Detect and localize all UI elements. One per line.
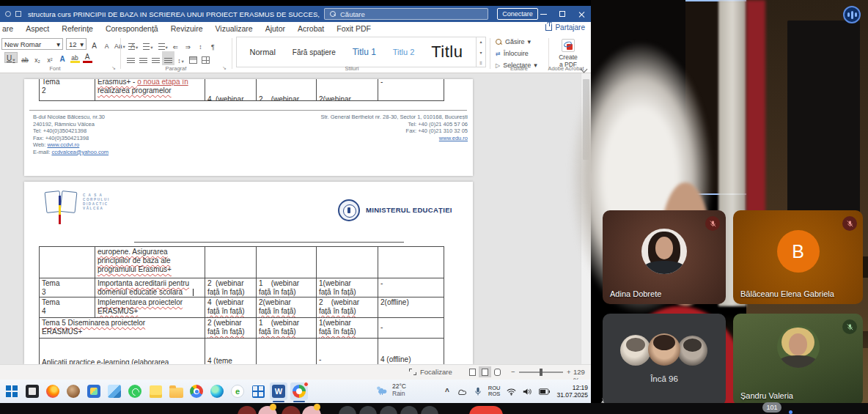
document-canvas[interactable]: Tema2 Erasmus+ - o nouă etapă în realiza… xyxy=(0,73,581,364)
taskbar-app-blue[interactable] xyxy=(85,382,103,400)
show-formatting-button[interactable]: ¶ xyxy=(208,39,218,50)
meet-control-button[interactable] xyxy=(359,406,377,414)
speaker-icon[interactable] xyxy=(523,388,532,396)
wifi-icon[interactable] xyxy=(507,388,516,396)
tab-corespondenta[interactable]: Corespondență xyxy=(106,24,158,33)
minimize-button[interactable] xyxy=(534,6,553,22)
taskbar-file-explorer[interactable] xyxy=(167,382,185,400)
replace-button[interactable]: ⇄ Înlocuire xyxy=(496,50,529,57)
taskbar-word[interactable]: W xyxy=(270,382,287,400)
read-mode-button[interactable] xyxy=(466,366,479,377)
styles-scroll-down-icon[interactable]: ▾ xyxy=(479,50,482,55)
meet-control-button[interactable] xyxy=(380,406,397,414)
style-normal[interactable]: Normal xyxy=(249,48,275,56)
web-layout-button[interactable] xyxy=(491,366,504,377)
zoom-in-button[interactable]: + xyxy=(567,368,571,376)
battery-icon[interactable] xyxy=(539,388,550,395)
superscript-button[interactable]: x² xyxy=(45,52,55,63)
close-button[interactable] xyxy=(572,6,591,22)
style-heading2[interactable]: Titlu 2 xyxy=(393,48,415,56)
autosave-icon[interactable] xyxy=(5,11,11,17)
overflow-tile[interactable]: Încă 96 xyxy=(603,314,726,406)
highlight-button[interactable]: ab xyxy=(70,52,80,63)
share-button[interactable]: Partajare xyxy=(545,23,585,32)
numbered-list-button[interactable]: ▾ xyxy=(141,39,152,50)
find-button[interactable]: Găsire ▾ xyxy=(496,38,531,45)
zoom-level[interactable]: 129 % xyxy=(573,368,591,380)
participant-tile[interactable]: B Bălăceanu Elena Gabriela xyxy=(733,210,863,304)
tab-ajutor[interactable]: Ajutor xyxy=(265,24,285,33)
shading-button[interactable] xyxy=(188,53,198,64)
save-icon[interactable] xyxy=(15,11,21,17)
clock[interactable]: 12:19 31.07.2025 xyxy=(556,384,588,399)
align-center-button[interactable] xyxy=(139,53,148,64)
text-effects-button[interactable]: A xyxy=(58,52,67,63)
search-box[interactable]: Căutare xyxy=(324,8,488,20)
align-right-button[interactable] xyxy=(151,53,161,64)
tab-foxit[interactable]: Foxit PDF xyxy=(336,24,371,33)
zoom-slider-thumb[interactable] xyxy=(540,369,542,376)
leave-call-button[interactable] xyxy=(469,406,503,414)
multilevel-list-button[interactable]: ▾ xyxy=(156,39,168,50)
taskbar-meet-chrome[interactable] xyxy=(290,382,308,400)
speaker-tile[interactable]: Marilena Matei xyxy=(591,0,851,195)
sort-button[interactable]: ↕ xyxy=(196,39,205,50)
paragraph-dialog-launcher-icon[interactable]: ↘ xyxy=(222,65,227,71)
taskbar-notes[interactable] xyxy=(147,382,164,400)
link[interactable]: www.edu.ro xyxy=(439,135,468,141)
tab-revizuire[interactable]: Revizuire xyxy=(171,24,203,33)
styles-scroll-up-icon[interactable]: ▴ xyxy=(479,39,482,44)
strikethrough-button[interactable]: ab xyxy=(21,52,30,63)
meet-control-button[interactable] xyxy=(339,406,356,414)
borders-button[interactable] xyxy=(201,53,210,64)
weather-widget[interactable]: 22°CRain xyxy=(375,382,406,397)
taskbar-app-dark[interactable] xyxy=(23,382,41,400)
taskbar-app-tool[interactable] xyxy=(65,382,82,400)
increase-indent-button[interactable]: ⇒ xyxy=(183,39,193,50)
link[interactable]: www.ccdvl.ro xyxy=(47,141,79,148)
taskbar-eset[interactable]: e xyxy=(229,382,246,400)
tab-vizualizare[interactable]: Vizualizare xyxy=(215,24,252,33)
onedrive-icon[interactable] xyxy=(456,388,468,396)
participant-tile[interactable]: Șandru Valeria xyxy=(733,314,863,406)
meet-control-button[interactable] xyxy=(421,406,438,414)
taskbar-chrome[interactable] xyxy=(188,382,205,400)
start-button[interactable] xyxy=(3,382,21,400)
language-switcher[interactable]: ROU ROS xyxy=(488,385,501,398)
taskbar-office-app[interactable] xyxy=(249,382,267,400)
style-title[interactable]: Titlu xyxy=(431,42,463,62)
connect-button[interactable]: Conectare xyxy=(497,8,538,20)
focus-mode-button[interactable]: Focalizare xyxy=(409,368,452,376)
subscript-button[interactable]: x₂ xyxy=(33,52,43,63)
taskbar-whatsapp[interactable] xyxy=(126,382,144,400)
font-name-select[interactable]: New Romar ▾ xyxy=(1,38,63,50)
hidden-icons-chevron[interactable]: ^ xyxy=(445,388,449,396)
tab-acrobat[interactable]: Acrobat xyxy=(298,24,324,33)
font-dialog-launcher-icon[interactable]: ↘ xyxy=(111,65,116,71)
tab-partial[interactable]: are xyxy=(2,24,13,33)
taskbar-photos[interactable] xyxy=(106,382,123,400)
zoom-out-button[interactable]: − xyxy=(511,368,515,376)
link[interactable]: ccdvalcea@yahoo.com xyxy=(51,149,108,155)
align-left-button[interactable] xyxy=(126,53,136,64)
reaction-button[interactable] xyxy=(238,406,257,414)
bullet-list-button[interactable]: ▾ xyxy=(126,39,138,50)
style-heading1[interactable]: Titlu 1 xyxy=(353,47,376,57)
underline-button[interactable]: U▾ xyxy=(4,52,18,63)
decrease-indent-button[interactable]: ⇐ xyxy=(171,39,180,50)
tab-referinte[interactable]: Referințe xyxy=(62,24,93,33)
styles-more-icon[interactable]: ≡ xyxy=(479,61,482,65)
style-no-spacing[interactable]: Fără spațiere xyxy=(293,48,336,56)
reaction-button[interactable] xyxy=(282,406,301,414)
shrink-font-button[interactable]: A xyxy=(102,39,111,50)
zoom-slider[interactable] xyxy=(519,372,563,373)
line-spacing-button[interactable]: ↕▾ xyxy=(176,53,185,64)
font-size-select[interactable]: 12 ▾ xyxy=(66,38,87,50)
meet-control-button[interactable] xyxy=(400,406,418,414)
participant-tile[interactable]: Adina Dobrete xyxy=(603,210,726,304)
tab-aspect[interactable]: Aspect xyxy=(26,24,49,33)
font-color-button[interactable]: A xyxy=(83,52,92,63)
microphone-icon[interactable] xyxy=(474,387,482,396)
taskbar-edge[interactable] xyxy=(208,382,226,400)
print-layout-button[interactable] xyxy=(479,366,491,377)
